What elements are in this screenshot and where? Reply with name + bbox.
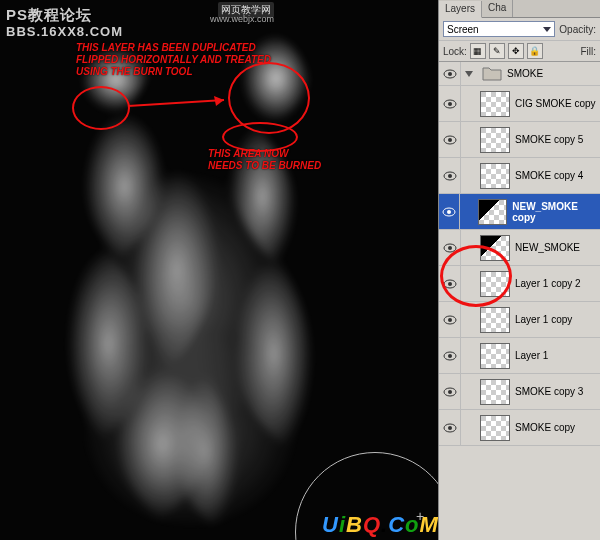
layer-row[interactable]: Layer 1 (439, 338, 600, 374)
svg-point-19 (448, 318, 452, 322)
visibility-toggle[interactable] (439, 158, 461, 193)
annotation-circle-left (72, 86, 130, 130)
layers-panel: Layers Cha Screen Opacity: Lock: ▦ ✎ ✥ 🔒… (438, 0, 600, 540)
svg-point-13 (447, 210, 451, 214)
panel-tabs: Layers Cha (439, 0, 600, 18)
layer-thumbnail[interactable] (480, 235, 510, 261)
layer-name: Layer 1 (515, 350, 548, 361)
layer-row[interactable]: SMOKE copy 3 (439, 374, 600, 410)
layer-thumbnail[interactable] (480, 271, 510, 297)
layer-row[interactable]: CIG SMOKE copy (439, 86, 600, 122)
svg-point-9 (448, 138, 452, 142)
visibility-toggle[interactable] (439, 374, 461, 409)
svg-point-15 (448, 246, 452, 250)
layer-thumbnail[interactable] (478, 199, 507, 225)
layer-name: CIG SMOKE copy (515, 98, 596, 109)
layer-name: SMOKE copy (515, 422, 575, 433)
layer-row[interactable]: NEW_SMOKE (439, 230, 600, 266)
chevron-down-icon (543, 27, 551, 32)
layer-group-row[interactable]: SMOKE (439, 62, 600, 86)
lock-all-button[interactable]: 🔒 (527, 43, 543, 59)
folder-icon (482, 65, 502, 83)
layer-name: Layer 1 copy (515, 314, 572, 325)
watermark-forum-url: BBS.16XX8.COM (6, 24, 123, 39)
lock-position-button[interactable]: ✥ (508, 43, 524, 59)
layer-thumbnail[interactable] (480, 379, 510, 405)
annotation-circle-right-bottom (222, 122, 298, 152)
layer-thumbnail[interactable] (480, 163, 510, 189)
visibility-toggle[interactable] (439, 302, 461, 337)
tab-layers[interactable]: Layers (439, 1, 482, 18)
watermark-forum-title: PS教程论坛 (6, 6, 92, 25)
visibility-toggle[interactable] (439, 338, 461, 373)
tab-channels[interactable]: Cha (482, 0, 513, 17)
layer-thumbnail[interactable] (480, 307, 510, 333)
opacity-label: Opacity: (559, 24, 596, 35)
visibility-toggle[interactable] (439, 86, 461, 121)
svg-point-21 (448, 354, 452, 358)
annotation-arrow (128, 96, 238, 116)
lock-transparency-button[interactable]: ▦ (470, 43, 486, 59)
layer-thumbnail[interactable] (480, 127, 510, 153)
layer-thumbnail[interactable] (480, 415, 510, 441)
layer-name: Layer 1 copy 2 (515, 278, 581, 289)
lock-pixels-button[interactable]: ✎ (489, 43, 505, 59)
lock-label: Lock: (443, 46, 467, 57)
layer-row[interactable]: Layer 1 copy (439, 302, 600, 338)
visibility-toggle[interactable] (439, 266, 461, 301)
svg-point-17 (448, 282, 452, 286)
layers-list: SMOKE CIG SMOKE copy SMOKE copy 5 SMOKE … (439, 62, 600, 520)
svg-point-25 (448, 426, 452, 430)
watermark-site-url: www.webjx.com (210, 14, 274, 24)
layer-name: SMOKE copy 3 (515, 386, 583, 397)
layer-row-selected[interactable]: NEW_SMOKE copy (439, 194, 600, 230)
svg-point-7 (448, 102, 452, 106)
layer-row[interactable]: SMOKE copy (439, 410, 600, 446)
layer-row[interactable]: SMOKE copy 4 (439, 158, 600, 194)
group-expand-icon[interactable] (465, 71, 473, 77)
svg-point-1 (80, 330, 300, 530)
blend-mode-select[interactable]: Screen (443, 21, 555, 37)
photoshop-canvas[interactable]: PS教程论坛 BBS.16XX8.COM 网页教学网 www.webjx.com… (0, 0, 438, 540)
layer-row[interactable]: SMOKE copy 5 (439, 122, 600, 158)
svg-point-5 (448, 72, 452, 76)
watermark-uibq-logo: UiBQ.CoM (322, 512, 439, 538)
layer-name: NEW_SMOKE (515, 242, 580, 253)
layer-name: SMOKE copy 5 (515, 134, 583, 145)
group-name: SMOKE (507, 68, 543, 79)
visibility-toggle[interactable] (439, 410, 461, 445)
visibility-toggle[interactable] (439, 194, 460, 229)
blend-mode-value: Screen (447, 24, 479, 35)
fill-label: Fill: (580, 46, 596, 57)
svg-point-23 (448, 390, 452, 394)
layer-row[interactable]: Layer 1 copy 2 (439, 266, 600, 302)
svg-marker-3 (214, 96, 224, 106)
layer-thumbnail[interactable] (480, 91, 510, 117)
svg-point-11 (448, 174, 452, 178)
layer-name: NEW_SMOKE copy (512, 201, 600, 223)
visibility-toggle[interactable] (439, 122, 461, 157)
layer-name: SMOKE copy 4 (515, 170, 583, 181)
visibility-toggle[interactable] (439, 62, 461, 85)
svg-line-2 (128, 100, 224, 106)
visibility-toggle[interactable] (439, 230, 461, 265)
layer-thumbnail[interactable] (480, 343, 510, 369)
